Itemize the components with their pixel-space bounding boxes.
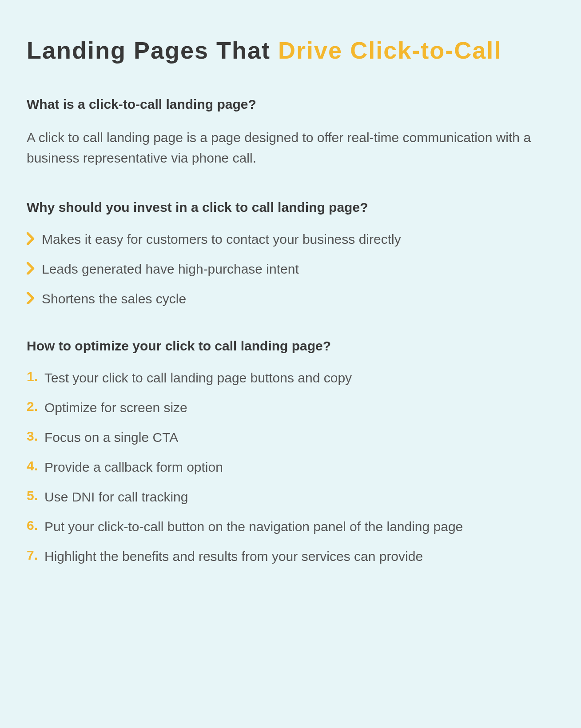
list-item: 3. Focus on a single CTA	[27, 429, 554, 446]
list-item-label: Leads generated have high-purchase inten…	[42, 260, 299, 278]
list-number: 5.	[27, 488, 44, 503]
list-item: Makes it easy for customers to contact y…	[27, 231, 554, 248]
page-title: Landing Pages That Drive Click-to-Call	[27, 36, 554, 66]
list-number: 6.	[27, 518, 44, 533]
list-item: 4. Provide a callback form option	[27, 458, 554, 476]
list-item: 6. Put your click-to-call button on the …	[27, 518, 554, 535]
list-item-label: Put your click-to-call button on the nav…	[44, 518, 463, 535]
list-number: 4.	[27, 458, 44, 473]
list-number: 7.	[27, 548, 44, 563]
list-item-label: Highlight the benefits and results from …	[44, 548, 423, 565]
section-2-heading: Why should you invest in a click to call…	[27, 200, 554, 215]
list-item: 1. Test your click to call landing page …	[27, 369, 554, 386]
list-item-label: Shortens the sales cycle	[42, 290, 186, 307]
list-item-label: Use DNI for call tracking	[44, 488, 188, 505]
list-item-label: Provide a callback form option	[44, 458, 223, 476]
chevron-right-icon	[27, 232, 35, 246]
list-item-label: Optimize for screen size	[44, 399, 187, 416]
chevron-right-icon	[27, 292, 35, 305]
section-1-heading: What is a click-to-call landing page?	[27, 97, 554, 112]
list-item: 5. Use DNI for call tracking	[27, 488, 554, 505]
list-item: 7. Highlight the benefits and results fr…	[27, 548, 554, 565]
list-item: Shortens the sales cycle	[27, 290, 554, 307]
list-number: 3.	[27, 429, 44, 444]
chevron-right-icon	[27, 262, 35, 275]
title-highlight: Drive Click-to-Call	[278, 37, 501, 64]
list-item-label: Makes it easy for customers to contact y…	[42, 231, 401, 248]
list-item-label: Test your click to call landing page but…	[44, 369, 352, 386]
section-1-body: A click to call landing page is a page d…	[27, 127, 554, 169]
title-part1: Landing Pages That	[27, 37, 278, 64]
list-number: 1.	[27, 369, 44, 384]
list-number: 2.	[27, 399, 44, 414]
section-3-heading: How to optimize your click to call landi…	[27, 338, 554, 354]
list-item-label: Focus on a single CTA	[44, 429, 178, 446]
numbered-list: 1. Test your click to call landing page …	[27, 369, 554, 565]
list-item: Leads generated have high-purchase inten…	[27, 260, 554, 278]
list-item: 2. Optimize for screen size	[27, 399, 554, 416]
bullet-list: Makes it easy for customers to contact y…	[27, 231, 554, 307]
